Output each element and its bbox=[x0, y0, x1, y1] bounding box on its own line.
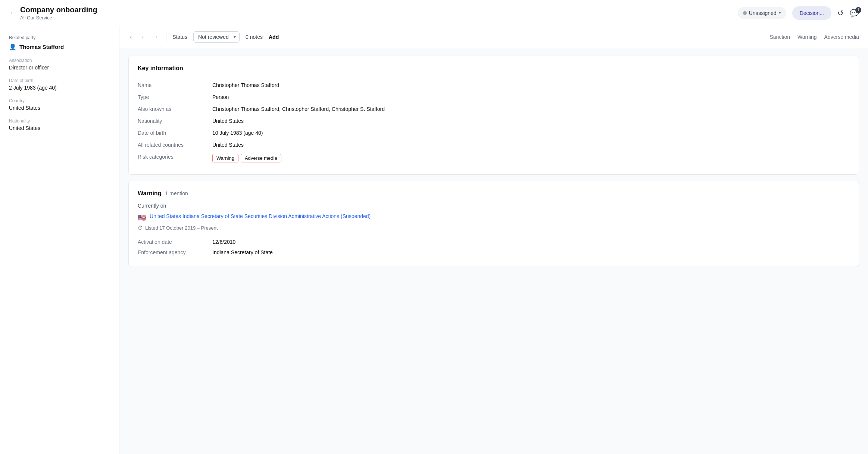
history-button[interactable]: ↺ bbox=[837, 9, 844, 18]
back-icon: ← bbox=[9, 9, 16, 17]
chat-badge: 1 bbox=[855, 7, 861, 13]
row-label: Also known as bbox=[138, 103, 212, 115]
association-section: Association Director or officer bbox=[9, 58, 110, 71]
status-wrapper[interactable]: Not reviewed Reviewed Cleared Rejected ▾ bbox=[193, 31, 240, 43]
header-title-block: Company onboarding All Car Service bbox=[20, 6, 97, 21]
person-row: 👤 Thomas Stafford bbox=[9, 43, 110, 50]
toolbar-divider-2 bbox=[285, 32, 285, 41]
content-panels: Key information NameChristopher Thomas S… bbox=[119, 48, 868, 274]
row-label: Name bbox=[138, 79, 212, 91]
clock-icon: ⏱ bbox=[138, 225, 143, 231]
notes-count: 0 notes bbox=[246, 34, 263, 40]
country-label: Country bbox=[9, 98, 110, 103]
add-button[interactable]: Add bbox=[269, 34, 279, 40]
row-value: United States bbox=[212, 115, 850, 127]
toolbar-divider bbox=[166, 32, 166, 41]
unassigned-label: Unassigned bbox=[749, 10, 777, 16]
table-row: Date of birth10 July 1983 (age 40) bbox=[138, 127, 850, 139]
page-title: Company onboarding bbox=[20, 6, 97, 14]
key-information-panel: Key information NameChristopher Thomas S… bbox=[128, 56, 859, 175]
country-section: Country United States bbox=[9, 98, 110, 111]
table-row: TypePerson bbox=[138, 91, 850, 103]
key-info-title: Key information bbox=[138, 65, 850, 72]
row-value: Christopher Thomas Stafford, Christopher… bbox=[212, 103, 850, 115]
main-layout: Related party 👤 Thomas Stafford Associat… bbox=[0, 26, 868, 454]
header-left: ← Company onboarding All Car Service bbox=[9, 6, 97, 21]
warning-header: Warning 1 mention bbox=[138, 190, 850, 197]
filter-sanction-link[interactable]: Sanction bbox=[770, 34, 790, 40]
content-area: ‹ ← → Status Not reviewed Reviewed Clear… bbox=[119, 26, 868, 454]
risk-label: Risk categories bbox=[138, 151, 212, 165]
row-value: 10 July 1983 (age 40) bbox=[212, 127, 850, 139]
row-value: United States bbox=[212, 139, 850, 151]
warning-panel: Warning 1 mention Currently on 🇺🇸 United… bbox=[128, 181, 859, 267]
row-label: Date of birth bbox=[138, 127, 212, 139]
unassigned-button[interactable]: Unassigned ▾ bbox=[738, 7, 786, 19]
row-label: Type bbox=[138, 91, 212, 103]
country-value: United States bbox=[9, 105, 110, 111]
row-value: Christopher Thomas Stafford bbox=[212, 79, 850, 91]
status-select[interactable]: Not reviewed Reviewed Cleared Rejected bbox=[193, 31, 240, 43]
unassigned-dot-icon bbox=[743, 11, 747, 15]
decision-label: Decision... bbox=[800, 10, 824, 16]
row-label: Nationality bbox=[138, 115, 212, 127]
currently-on-label: Currently on bbox=[138, 203, 850, 209]
related-party-label: Related party bbox=[9, 35, 110, 40]
filter-adverse-link[interactable]: Adverse media bbox=[824, 34, 859, 40]
back-button[interactable]: ← bbox=[9, 9, 16, 17]
filter-warning-link[interactable]: Warning bbox=[797, 34, 817, 40]
table-row: Also known asChristopher Thomas Stafford… bbox=[138, 103, 850, 115]
row-label: All related countries bbox=[138, 139, 212, 151]
filter-links: Sanction Warning Adverse media bbox=[770, 34, 859, 40]
key-info-table: NameChristopher Thomas StaffordTypePerso… bbox=[138, 79, 850, 165]
risk-badge-adverse: Adverse media bbox=[241, 154, 281, 162]
row-value: Person bbox=[212, 91, 850, 103]
warning-detail-table: Activation date 12/6/2010 Enforcement ag… bbox=[138, 237, 850, 258]
warning-list-link[interactable]: United States Indiana Secretary of State… bbox=[150, 213, 371, 219]
prev-button[interactable]: ← bbox=[139, 32, 148, 42]
nav-arrows: ← → bbox=[139, 32, 160, 42]
content-toolbar: ‹ ← → Status Not reviewed Reviewed Clear… bbox=[119, 26, 868, 48]
status-label: Status bbox=[172, 34, 187, 40]
enforcement-value: Indiana Secretary of State bbox=[212, 247, 850, 258]
nationality-section: Nationality United States bbox=[9, 118, 110, 131]
person-icon: 👤 bbox=[9, 43, 16, 50]
record-back-button[interactable]: ‹ bbox=[128, 32, 133, 42]
risk-badge-warning: Warning bbox=[212, 154, 238, 162]
nationality-label: Nationality bbox=[9, 118, 110, 124]
enforcement-row: Enforcement agency Indiana Secretary of … bbox=[138, 247, 850, 258]
add-label: Add bbox=[269, 34, 279, 40]
nationality-value: United States bbox=[9, 125, 110, 131]
us-flag-icon: 🇺🇸 bbox=[138, 214, 146, 222]
risk-categories-row: Risk categories WarningAdverse media bbox=[138, 151, 850, 165]
table-row: All related countriesUnited States bbox=[138, 139, 850, 151]
top-header: ← Company onboarding All Car Service Una… bbox=[0, 0, 868, 26]
association-value: Director or officer bbox=[9, 65, 110, 71]
listed-date: ⏱ Listed 17 October 2019 – Present bbox=[138, 225, 850, 231]
activation-value: 12/6/2010 bbox=[212, 237, 850, 247]
next-button[interactable]: → bbox=[151, 32, 160, 42]
risk-badges-cell: WarningAdverse media bbox=[212, 151, 850, 165]
mention-count: 1 mention bbox=[165, 190, 188, 196]
dob-value: 2 July 1983 (age 40) bbox=[9, 85, 110, 91]
unassigned-chevron-icon: ▾ bbox=[779, 10, 781, 15]
table-row: NameChristopher Thomas Stafford bbox=[138, 79, 850, 91]
chat-button[interactable]: 💬 1 bbox=[850, 9, 859, 18]
table-row: NationalityUnited States bbox=[138, 115, 850, 127]
dob-label: Date of birth bbox=[9, 78, 110, 83]
dob-section: Date of birth 2 July 1983 (age 40) bbox=[9, 78, 110, 91]
listed-date-text: Listed 17 October 2019 – Present bbox=[145, 225, 218, 231]
sidebar: Related party 👤 Thomas Stafford Associat… bbox=[0, 26, 119, 454]
activation-label: Activation date bbox=[138, 237, 212, 247]
warning-list-item: 🇺🇸 United States Indiana Secretary of St… bbox=[138, 213, 850, 222]
header-right: Unassigned ▾ Decision... ↺ 💬 1 bbox=[738, 6, 859, 20]
history-icon: ↺ bbox=[837, 9, 844, 18]
warning-title: Warning bbox=[138, 190, 161, 197]
association-label: Association bbox=[9, 58, 110, 63]
decision-button[interactable]: Decision... bbox=[792, 6, 831, 20]
person-name: Thomas Stafford bbox=[19, 44, 64, 50]
page-subtitle: All Car Service bbox=[20, 15, 97, 21]
activation-row: Activation date 12/6/2010 bbox=[138, 237, 850, 247]
enforcement-label: Enforcement agency bbox=[138, 247, 212, 258]
